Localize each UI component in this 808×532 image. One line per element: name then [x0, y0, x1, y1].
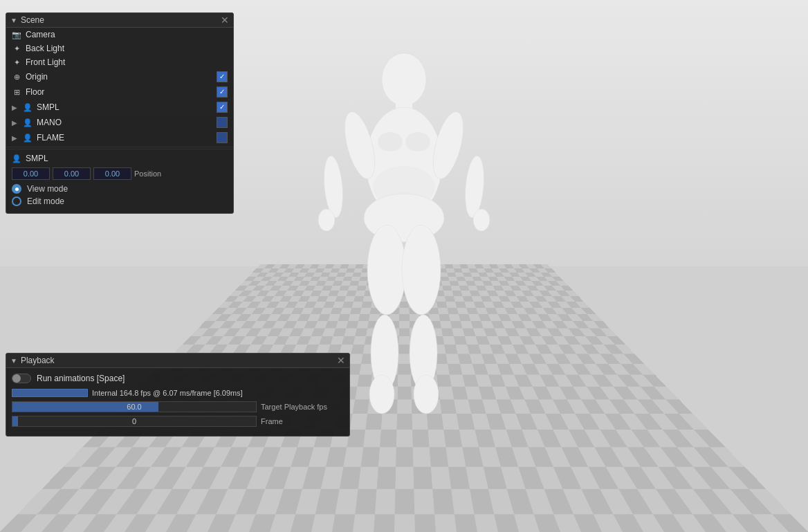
target-playback-label: Target Playback fps [261, 403, 344, 411]
run-animations-row: Run animations [Space] [12, 374, 344, 383]
floor-check-icon: ✓ [219, 89, 225, 95]
playback-panel-header[interactable]: ▼ Playback ✕ [6, 354, 349, 368]
flame-checkbox[interactable] [217, 132, 228, 143]
origin-check-icon: ✓ [219, 73, 225, 80]
fps-info-row: Internal 164.8 fps @ 6.07 ms/frame [6.09… [12, 389, 344, 397]
back-light-label: Back Light [26, 44, 228, 53]
floor-icon: ⊞ [12, 87, 21, 97]
scene-item-floor[interactable]: ⊞ Floor ✓ [6, 84, 233, 100]
scene-panel-title: Scene [21, 15, 44, 25]
front-light-label: Front Light [26, 57, 228, 67]
svg-point-16 [402, 225, 441, 315]
mano-label: MANO [37, 118, 212, 127]
toggle-thumb [12, 374, 21, 383]
scene-item-mano[interactable]: ▶ 👤 MANO [6, 115, 233, 130]
origin-checkbox[interactable]: ✓ [217, 71, 228, 82]
floor-checkbox[interactable]: ✓ [217, 86, 228, 98]
edit-mode-radio[interactable] [12, 196, 21, 206]
view-mode-label: View mode [27, 184, 68, 194]
svg-point-3 [378, 132, 403, 152]
scene-panel-header[interactable]: ▼ Scene ✕ [6, 13, 233, 28]
run-animations-toggle[interactable] [12, 374, 31, 383]
edit-mode-label: Edit mode [27, 196, 64, 206]
playback-panel: ▼ Playback ✕ Run animations [Space] Inte… [6, 353, 350, 437]
scene-item-smpl[interactable]: ▶ 👤 SMPL ✓ [6, 100, 233, 115]
divider-1 [6, 147, 233, 147]
scene-panel-close[interactable]: ✕ [221, 15, 229, 25]
svg-point-12 [473, 209, 490, 231]
scene-item-camera[interactable]: 📷 Camera [6, 28, 233, 42]
smpl-detail-section: 👤 SMPL Position View mode Edit mode [6, 149, 233, 213]
scene-panel: ▼ Scene ✕ 📷 Camera ✦ Back Light ✦ Front … [6, 12, 234, 214]
playback-panel-close[interactable]: ✕ [337, 356, 345, 365]
smpl-checkbox[interactable]: ✓ [217, 102, 228, 113]
smpl-check-icon: ✓ [219, 104, 225, 111]
svg-point-4 [405, 132, 430, 152]
origin-label: Origin [26, 72, 212, 82]
floor-label: Floor [26, 87, 212, 97]
smpl-detail-icon: 👤 [12, 154, 21, 163]
flame-label: FLAME [37, 133, 212, 143]
scene-item-flame[interactable]: ▶ 👤 FLAME [6, 130, 233, 145]
svg-point-9 [318, 209, 335, 231]
run-animations-label: Run animations [Space] [37, 374, 125, 383]
position-row: Position [12, 167, 228, 180]
target-playback-row: 60.0 Target Playback fps [12, 401, 344, 412]
back-light-icon: ✦ [12, 44, 21, 53]
scene-item-back-light[interactable]: ✦ Back Light [6, 42, 233, 55]
position-z-input[interactable] [93, 167, 131, 180]
svg-point-15 [369, 375, 394, 414]
frame-slider[interactable]: 0 [12, 416, 257, 427]
flame-icon: 👤 [23, 133, 33, 143]
svg-point-18 [414, 375, 439, 414]
view-mode-row[interactable]: View mode [12, 184, 228, 194]
frame-value: 0 [12, 417, 256, 425]
scene-collapse-arrow[interactable]: ▼ [10, 17, 17, 24]
fps-progress-bar [12, 389, 88, 397]
front-light-icon: ✦ [12, 57, 21, 67]
origin-icon: ⊕ [12, 72, 21, 82]
frame-row: 0 Frame [12, 416, 344, 427]
playback-collapse-arrow[interactable]: ▼ [10, 357, 17, 365]
edit-mode-row[interactable]: Edit mode [12, 196, 228, 206]
smpl-detail-header: 👤 SMPL [12, 154, 228, 163]
mano-checkbox[interactable] [217, 117, 228, 128]
camera-icon: 📷 [12, 30, 21, 39]
fps-info-text: Internal 164.8 fps @ 6.07 ms/frame [6.09… [92, 389, 243, 397]
smpl-expand-icon[interactable]: ▶ [12, 104, 17, 111]
position-y-input[interactable] [53, 167, 91, 180]
frame-label: Frame [261, 417, 344, 425]
position-x-input[interactable] [12, 167, 50, 180]
svg-point-0 [382, 53, 426, 106]
mano-expand-icon[interactable]: ▶ [12, 119, 17, 127]
smpl-detail-label: SMPL [26, 154, 48, 163]
position-label: Position [134, 169, 161, 178]
smpl-label: SMPL [37, 102, 212, 112]
flame-expand-icon[interactable]: ▶ [12, 134, 17, 142]
playback-panel-title: Playback [21, 356, 55, 365]
scene-item-front-light[interactable]: ✦ Front Light [6, 55, 233, 69]
smpl-icon: 👤 [23, 102, 33, 112]
camera-label: Camera [26, 30, 228, 39]
view-mode-radio-inner [15, 187, 19, 191]
mano-icon: 👤 [23, 118, 33, 127]
target-playback-value: 60.0 [12, 403, 256, 411]
playback-content: Run animations [Space] Internal 164.8 fp… [6, 368, 349, 436]
svg-point-13 [367, 225, 406, 315]
scene-item-origin[interactable]: ⊕ Origin ✓ [6, 69, 233, 84]
view-mode-radio[interactable] [12, 184, 21, 194]
target-playback-slider[interactable]: 60.0 [12, 401, 257, 412]
